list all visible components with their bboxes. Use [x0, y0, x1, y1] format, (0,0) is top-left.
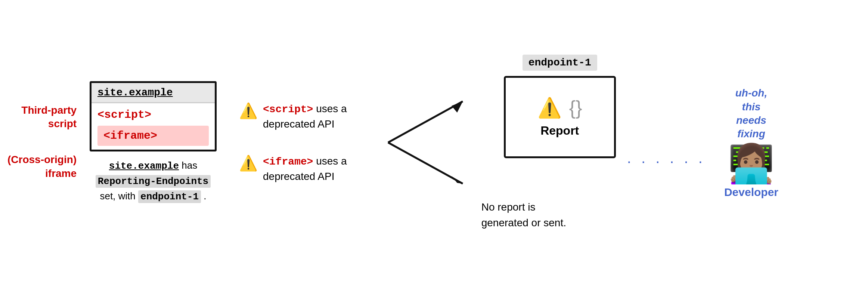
no-report-text: No report is generated or sent. — [481, 199, 566, 231]
svg-line-0 — [388, 101, 463, 142]
svg-marker-1 — [452, 101, 463, 113]
right-side: endpoint-1 ⚠️ {} Report No report is gen… — [504, 55, 616, 231]
cross-origin-label: (Cross-origin) iframe — [7, 153, 77, 180]
arrows-svg — [381, 79, 485, 206]
iframe-tag-warning: <iframe> — [263, 156, 313, 168]
caption-site-example: site.example — [109, 160, 179, 172]
script-tag: <script> — [97, 107, 209, 123]
caption-set-with: set, with — [100, 190, 135, 202]
endpoint-section: endpoint-1 ⚠️ {} Report — [504, 55, 616, 158]
main-row: Third-party script (Cross-origin) iframe… — [22, 7, 846, 278]
iframe-tag: <iframe> — [97, 126, 209, 146]
dots-separator: · · · · · · — [627, 153, 706, 170]
site-box: site.example <script> <iframe> — [90, 81, 217, 151]
caption-period: . — [204, 190, 206, 202]
endpoint-box: ⚠️ {} Report — [504, 76, 616, 158]
caption-reporting-endpoints: Reporting-Endpoints — [96, 175, 211, 188]
curly-braces: {} — [569, 96, 582, 119]
warning-icon-iframe: ⚠️ — [239, 154, 258, 172]
developer-section: uh-oh, this needs fixing 👩🏽‍💻 Developer — [724, 86, 778, 199]
dots-connector: · · · · · · — [627, 116, 706, 170]
warning-text-iframe: <iframe> uses adeprecated API — [263, 154, 347, 184]
warning-iframe: ⚠️ <iframe> uses adeprecated API — [239, 154, 347, 184]
developer-speech: uh-oh, this needs fixing — [735, 86, 768, 141]
developer-label: Developer — [724, 186, 778, 199]
endpoint-icons: ⚠️ {} — [537, 96, 582, 119]
third-party-label: Third-party script — [7, 104, 77, 131]
warning-text-script: <script> uses adeprecated API — [263, 101, 347, 131]
caption-has: has — [179, 160, 197, 171]
warnings-section: ⚠️ <script> uses adeprecated API ⚠️ <ifr… — [239, 101, 347, 184]
developer-emoji: 👩🏽‍💻 — [728, 145, 775, 182]
warning-icon-script: ⚠️ — [239, 102, 258, 120]
split-arrows — [381, 79, 485, 206]
side-labels: Third-party script (Cross-origin) iframe — [7, 104, 77, 181]
site-title: site.example — [97, 87, 173, 98]
svg-line-2 — [388, 142, 463, 184]
diagram-container: Third-party script (Cross-origin) iframe… — [0, 0, 868, 285]
site-caption: site.example has Reporting-Endpoints set… — [96, 158, 211, 204]
site-body: <script> <iframe> — [92, 103, 215, 150]
svg-marker-3 — [452, 176, 463, 184]
site-box-wrapper: Third-party script (Cross-origin) iframe… — [90, 81, 217, 204]
endpoint-label: endpoint-1 — [523, 55, 597, 71]
site-title-bar: site.example — [92, 83, 215, 103]
endpoint-report-label: Report — [540, 124, 579, 138]
script-tag-warning: <script> — [263, 104, 313, 115]
warning-script: ⚠️ <script> uses adeprecated API — [239, 101, 347, 131]
no-report-section: No report is generated or sent. — [481, 199, 616, 231]
warning-icon-endpoint: ⚠️ — [537, 96, 562, 119]
caption-endpoint-1: endpoint-1 — [138, 190, 201, 203]
